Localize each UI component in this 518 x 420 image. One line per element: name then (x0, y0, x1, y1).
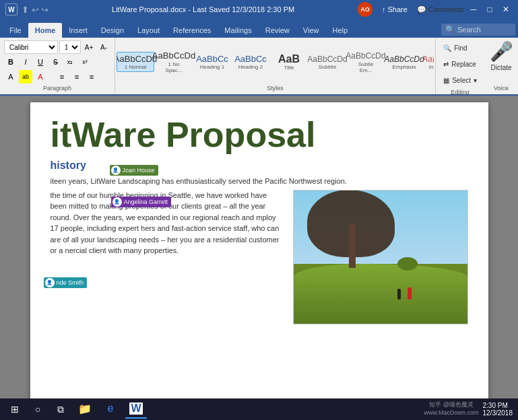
style-no-spacing[interactable]: AaBbCcDd 1 No Spac... (155, 48, 193, 75)
font-row: Calibri 11 A+ A- (4, 40, 110, 54)
comment-angelina: 👤 Angelina Garrett (111, 197, 172, 207)
microphone-icon: 🎤 (490, 40, 513, 63)
taskbar-word[interactable]: W (125, 400, 147, 419)
strikethrough-button[interactable]: S̶ (48, 55, 62, 69)
clock: 2:30 PM 12/3/2018 (483, 402, 513, 417)
watermark: 知乎 @喵色魔灵www.MacDown.com (424, 401, 478, 417)
landscape-image (293, 190, 468, 324)
close-button[interactable]: ✕ (499, 4, 513, 15)
tab-review[interactable]: Review (259, 23, 296, 38)
format-row2: A ab A ≡ ≡ ≡ (4, 70, 110, 83)
editing-group-label: Editing (451, 88, 470, 96)
tab-mailings[interactable]: Mailings (218, 23, 258, 38)
style-title[interactable]: AaB Title (270, 51, 308, 73)
paragraph-group-label: Paragraph (4, 83, 110, 92)
word-icon: W (5, 3, 18, 15)
smith-avatar: 👤 (45, 278, 55, 287)
taskbar-right: 知乎 @喵色魔灵www.MacDown.com 2:30 PM 12/3/201… (424, 401, 513, 417)
taskbar-explorer[interactable]: 📁 (74, 400, 96, 419)
grass (294, 264, 467, 324)
angelina-avatar: 👤 (112, 197, 122, 207)
ribbon-tabs: File Home Insert Design Layout Reference… (0, 19, 518, 38)
styles-group-label: Styles (117, 83, 434, 92)
voice-group-label: Voice (494, 83, 509, 92)
task-view-button[interactable]: ⧉ (51, 400, 70, 419)
comment-joan: 👤 Joan House (110, 165, 158, 176)
tab-layout[interactable]: Layout (131, 23, 166, 38)
font-size-select[interactable]: 11 (59, 40, 81, 54)
styles-group: AaBbCcDd 1 Normal AaBbCcDd 1 No Spac... … (115, 38, 436, 94)
voice-group: 🎤 Dictate Voice (484, 38, 518, 94)
underline-button[interactable]: U (34, 55, 47, 69)
font-select[interactable]: Calibri (4, 40, 58, 54)
align-right-button[interactable]: ≡ (85, 70, 98, 83)
replace-icon: ⇄ (443, 61, 449, 68)
cortana-button[interactable]: ○ (28, 400, 47, 419)
font-shrink-button[interactable]: A- (97, 40, 110, 54)
style-subtitle[interactable]: AaBbCcDd Subtitle (309, 52, 346, 72)
text-effects-button[interactable]: A (4, 70, 18, 83)
text-column: 👤 Angelina Garrett 👤 nde Smith the time … (51, 190, 282, 324)
italic-button[interactable]: I (19, 55, 32, 69)
document-page: itWare Proposal history 👤 Joan House ite… (30, 102, 488, 419)
comment-icon: 💬 (417, 5, 426, 14)
document-title: itWare Proposal (51, 116, 468, 154)
select-icon: ▦ (443, 77, 449, 84)
title-bar-right: AO ↑ Share 💬 Comments ─ □ ✕ (358, 2, 513, 17)
align-left-button[interactable]: ≡ (55, 70, 69, 83)
figure-dark (397, 289, 401, 300)
image-column (293, 190, 468, 324)
search-icon: 🔍 (445, 25, 455, 34)
style-heading1[interactable]: AaBbCc Heading 1 (193, 52, 231, 72)
superscript-button[interactable]: x² (78, 55, 92, 69)
document-area: itWare Proposal history 👤 Joan House ite… (0, 96, 518, 419)
title-bar-left: W ⬆ ↩ ↪ (5, 3, 48, 15)
align-center-button[interactable]: ≡ (70, 70, 84, 83)
tab-view[interactable]: View (296, 23, 326, 38)
search-input[interactable] (457, 26, 511, 34)
style-heading2[interactable]: AaBbCc Heading 2 (232, 52, 269, 72)
share-icon: ↑ (382, 5, 386, 13)
tab-insert[interactable]: Insert (62, 23, 94, 38)
shrub (397, 257, 418, 271)
font-color-button[interactable]: A (34, 70, 47, 83)
ribbon-search[interactable]: 🔍 (441, 24, 515, 36)
style-normal[interactable]: AaBbCcDd 1 Normal (117, 52, 154, 72)
tab-help[interactable]: Help (325, 23, 354, 38)
bold-button[interactable]: B (4, 55, 18, 69)
title-bar-title: LitWare Proposal.docx - Last Saved 12/3/… (48, 5, 358, 13)
share-button[interactable]: ↑ Share (375, 3, 414, 15)
tree-trunk (349, 224, 356, 268)
comments-button[interactable]: 💬 Comments (417, 5, 464, 14)
text-highlight-button[interactable]: ab (19, 70, 32, 83)
find-icon: 🔍 (443, 44, 451, 52)
style-emphasis[interactable]: AaBbCcDd Emphasis (385, 52, 423, 72)
figure-red (408, 287, 412, 300)
content-area: 👤 Angelina Garrett 👤 nde Smith the time … (51, 190, 468, 324)
minimize-button[interactable]: ─ (467, 4, 480, 15)
ribbon-panel: Calibri 11 A+ A- B I U S̶ x₂ x² A ab A ≡… (0, 38, 518, 96)
tab-home[interactable]: Home (28, 23, 63, 38)
subscript-button[interactable]: x₂ (63, 55, 77, 69)
joan-avatar: 👤 (111, 166, 121, 175)
tab-file[interactable]: File (3, 23, 28, 38)
title-bar: W ⬆ ↩ ↪ LitWare Proposal.docx - Last Sav… (0, 0, 518, 19)
style-subtle-em[interactable]: AaBbCcDd Subtle Em... (347, 48, 385, 75)
taskbar-edge[interactable]: e (100, 400, 121, 419)
format-row1: B I U S̶ x₂ x² (4, 55, 110, 69)
tab-references[interactable]: References (166, 23, 218, 38)
comment-smith: 👤 nde Smith (44, 277, 88, 288)
find-button[interactable]: 🔍 Find (440, 40, 480, 55)
taskbar: ⊞ ○ ⧉ 📁 e W 知乎 @喵色魔灵www.MacDown.com 2:30… (0, 398, 518, 420)
start-button[interactable]: ⊞ (5, 400, 24, 419)
tab-design[interactable]: Design (94, 23, 131, 38)
paragraph1: iteen years, LitWare Landscaping has ent… (51, 176, 468, 187)
editing-group: 🔍 Find ⇄ Replace ▦ Select ▾ Editing (436, 38, 484, 94)
avatar: AO (358, 2, 373, 17)
font-grow-button[interactable]: A+ (82, 40, 96, 54)
paragraph-group: Calibri 11 A+ A- B I U S̶ x₂ x² A ab A ≡… (0, 38, 115, 94)
replace-button[interactable]: ⇄ Replace (440, 57, 480, 71)
style-intense-e[interactable]: AaBbCcDd Intense E... (424, 52, 434, 72)
select-button[interactable]: ▦ Select ▾ (440, 73, 480, 88)
maximize-button[interactable]: □ (483, 4, 496, 15)
